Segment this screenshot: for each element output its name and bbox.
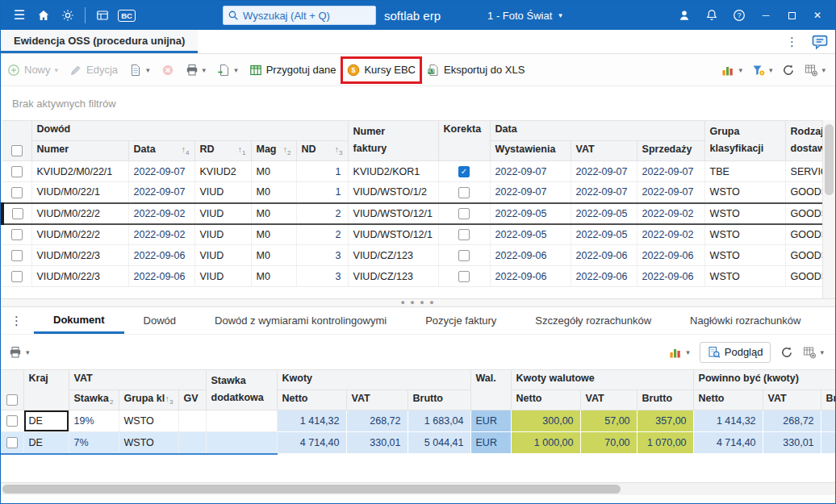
col-header-data[interactable]: ↑4Data (128, 141, 194, 161)
cell-brutto[interactable]: 5 044,41 (408, 432, 470, 454)
col-group-data[interactable]: Data (490, 121, 704, 141)
row-checkbox[interactable] (11, 229, 23, 240)
cell-rodzaj[interactable]: SERVICES (785, 161, 826, 182)
cell-vat[interactable]: 2022-09-05 (571, 203, 637, 224)
col-header-stawka[interactable]: ↑2Stawka (69, 390, 119, 410)
cell-stawka[interactable]: 7% (69, 432, 119, 454)
cell-brutto[interactable]: 1 683,04 (408, 410, 470, 432)
cell-wystawienia[interactable]: 2022-09-06 (490, 266, 571, 287)
scrollbar-thumb[interactable] (825, 124, 834, 195)
col-header-vat-pow[interactable]: VAT (763, 390, 821, 410)
cell-gv[interactable] (178, 432, 206, 454)
cell-mag[interactable]: M0 (251, 224, 296, 245)
col-header-grupa-kl[interactable]: ↑3Grupa kl (119, 390, 178, 410)
main-table-row[interactable]: VIUD/M0/22/22022-09-02VIUDM02VIUD/WSTO/1… (2, 224, 826, 245)
cell-numer[interactable]: VIUD/M0/22/2 (31, 203, 128, 224)
cell-grupa[interactable]: WSTO (704, 266, 785, 287)
cell-mag[interactable]: M0 (251, 203, 296, 224)
cell-data[interactable]: 2022-09-07 (128, 182, 194, 203)
row-select-cell[interactable] (2, 266, 31, 287)
cell-sprzedazy[interactable]: 2022-09-02 (637, 224, 704, 245)
col-group-dowod[interactable]: Dowód (31, 121, 348, 141)
row-select-cell[interactable] (2, 224, 31, 245)
cell-vat_wal[interactable]: 57,00 (580, 410, 637, 432)
cell-korekta[interactable] (438, 245, 490, 266)
cell-vat[interactable]: 2022-09-05 (571, 224, 637, 245)
eksportuj-xls-button[interactable]: XLS Eksportuj do XLS (427, 64, 525, 77)
cell-korekta[interactable] (438, 224, 490, 245)
select-all-header[interactable] (2, 121, 31, 161)
select-all-header[interactable] (1, 370, 23, 410)
close-button[interactable]: ✕ (806, 3, 829, 27)
korekta-checkbox[interactable] (458, 187, 470, 198)
cell-numer_faktury[interactable]: VIUD/WSTO/12/1 (348, 224, 438, 245)
korekta-checkbox[interactable] (458, 271, 470, 282)
cell-sprzedazy[interactable]: 2022-09-07 (637, 182, 704, 203)
cell-vat_pow[interactable]: 330,01 (763, 432, 821, 454)
col-header-vat-wal[interactable]: VAT (580, 390, 637, 410)
col-header-numer-faktury[interactable]: Numer faktury (348, 121, 438, 161)
company-selector[interactable]: 1 - Foto Świat ▾ (487, 10, 562, 22)
row-checkbox[interactable] (11, 250, 23, 261)
cell-wal[interactable]: EUR (470, 410, 511, 432)
cell-data[interactable]: 2022-09-02 (128, 203, 194, 224)
cell-mag[interactable]: M0 (251, 182, 296, 203)
cell-vat[interactable]: 268,72 (346, 410, 408, 432)
cell-mag[interactable]: M0 (251, 161, 296, 182)
cell-rodzaj[interactable]: GOODS (785, 266, 826, 287)
cell-brutto_wal[interactable]: 1 070,00 (637, 432, 693, 454)
grid-settings-button[interactable]: ▾ (805, 64, 826, 77)
col-header-brutto[interactable]: Brutto (408, 390, 470, 410)
cell-korekta[interactable] (438, 203, 490, 224)
cell-wystawienia[interactable]: 2022-09-06 (490, 245, 571, 266)
export-menu-button[interactable]: ▾ (217, 64, 238, 77)
minimize-button[interactable]: ─ (754, 3, 777, 27)
cell-rd[interactable]: VIUD (194, 245, 251, 266)
cell-vat[interactable]: 330,01 (346, 432, 408, 454)
select-all-checkbox[interactable] (11, 145, 23, 156)
cell-brutto_pow[interactable] (821, 432, 836, 454)
col-group-kwoty[interactable]: Kwoty (277, 370, 470, 390)
row-checkbox[interactable] (6, 415, 18, 427)
cell-netto[interactable]: 4 714,40 (277, 432, 346, 454)
cell-numer_faktury[interactable]: KVIUD2/KOR1 (348, 161, 438, 182)
detail-tab-5[interactable]: Szczegóły rozrachunków (516, 307, 671, 334)
col-header-stawka-dodatkowa[interactable]: Stawka dodatkowa (206, 370, 277, 410)
cell-nd[interactable]: 2 (296, 224, 348, 245)
col-header-brutto-pow[interactable]: Brutto (821, 390, 836, 410)
col-header-netto-pow[interactable]: Netto (693, 390, 763, 410)
col-header-nd[interactable]: ↑3ND (296, 141, 348, 161)
cell-numer[interactable]: KVIUD2/M0/22/1 (31, 161, 128, 182)
korekta-checkbox[interactable] (458, 250, 470, 261)
print-button[interactable]: ▾ (186, 64, 207, 77)
row-select-cell[interactable] (1, 432, 23, 454)
cell-nd[interactable]: 2 (296, 203, 348, 224)
cell-wystawienia[interactable]: 2022-09-07 (490, 182, 571, 203)
select-all-checkbox[interactable] (6, 394, 18, 406)
col-header-wal[interactable]: Wal. (470, 370, 511, 410)
korekta-checkbox[interactable] (458, 166, 470, 177)
row-checkbox[interactable] (11, 271, 23, 282)
cell-numer[interactable]: VIUD/M0/22/3 (31, 266, 128, 287)
main-table-row[interactable]: KVIUD2/M0/22/12022-09-07KVIUD2M01KVIUD2/… (2, 161, 826, 182)
cell-netto_wal[interactable]: 300,00 (511, 410, 580, 432)
panel-splitter[interactable]: ● ● ● ● (1, 298, 835, 307)
cell-data[interactable]: 2022-09-07 (128, 161, 194, 182)
cell-sprzedazy[interactable]: 2022-09-02 (637, 203, 704, 224)
cell-rd[interactable]: VIUD (194, 224, 251, 245)
cell-nd[interactable]: 1 (296, 182, 348, 203)
delete-button[interactable] (161, 64, 174, 77)
detail-table-row[interactable]: DE19%WSTO1 414,32268,721 683,04EUR300,00… (1, 410, 836, 432)
przygotuj-dane-button[interactable]: Przygotuj dane (249, 64, 336, 77)
detail-table-row[interactable]: DE7%WSTO4 714,40330,015 044,41EUR1 000,0… (1, 432, 836, 454)
cell-rodzaj[interactable]: GOODS (785, 224, 826, 245)
cell-grupa_kl[interactable]: WSTO (119, 432, 178, 454)
detail-tab-1[interactable]: Dokument (34, 307, 124, 334)
notifications-button[interactable] (700, 3, 724, 27)
row-select-cell[interactable] (2, 161, 31, 182)
more-options-icon[interactable]: ⋮ (783, 35, 801, 49)
refresh-button[interactable] (782, 64, 795, 77)
cell-brutto_wal[interactable]: 357,00 (637, 410, 693, 432)
cell-brutto_pow[interactable] (821, 410, 836, 432)
cell-rd[interactable]: VIUD (194, 182, 251, 203)
